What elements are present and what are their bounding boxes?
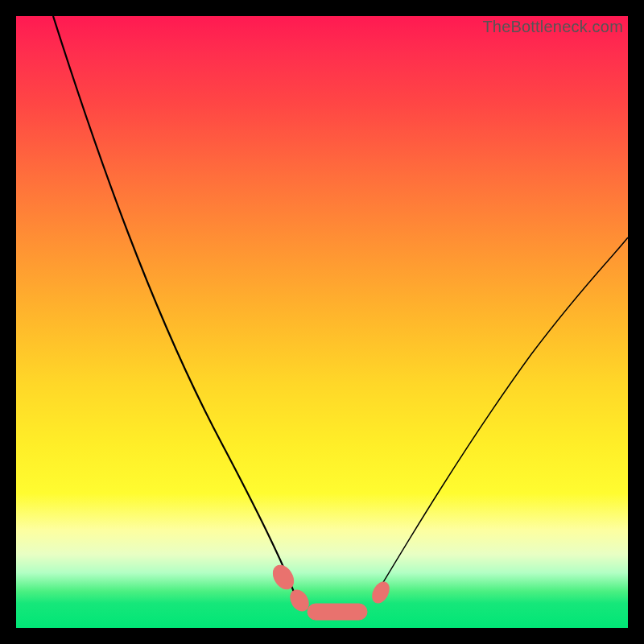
marker-group [269,562,392,620]
plot-area: TheBottleneck.com [16,16,628,628]
curves-svg [16,16,628,628]
right-curve [375,237,628,596]
left-blob-upper [269,562,298,593]
right-blob [369,579,392,605]
left-curve [53,16,295,594]
outer-frame: TheBottleneck.com [0,0,644,644]
bottom-blob [308,604,367,620]
